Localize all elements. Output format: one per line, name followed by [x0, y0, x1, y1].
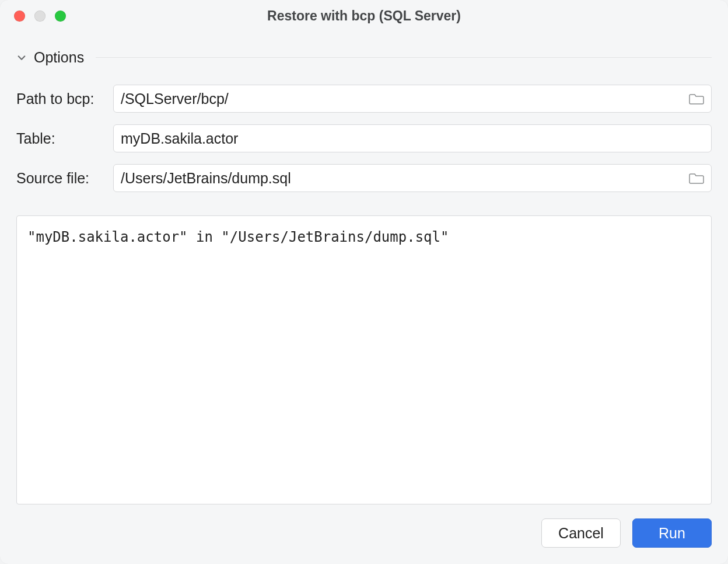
titlebar: Restore with bcp (SQL Server)	[0, 0, 728, 32]
folder-icon[interactable]	[689, 92, 704, 105]
dialog-window: Restore with bcp (SQL Server) Options Pa…	[0, 0, 728, 564]
minimize-window-button[interactable]	[34, 11, 46, 22]
source-file-input[interactable]	[121, 170, 683, 187]
source-file-input-wrap	[113, 164, 712, 192]
path-to-bcp-row: Path to bcp:	[16, 85, 712, 113]
path-to-bcp-input-wrap	[113, 85, 712, 113]
maximize-window-button[interactable]	[55, 11, 66, 22]
path-to-bcp-label: Path to bcp:	[16, 90, 105, 107]
dialog-footer: Cancel Run	[0, 504, 728, 564]
options-section-header[interactable]: Options	[16, 49, 712, 66]
table-label: Table:	[16, 130, 105, 147]
table-input[interactable]	[121, 130, 704, 147]
table-row: Table:	[16, 124, 712, 152]
table-input-wrap	[113, 124, 712, 152]
close-window-button[interactable]	[14, 11, 25, 22]
source-file-row: Source file:	[16, 164, 712, 192]
run-button[interactable]: Run	[632, 518, 712, 548]
dialog-content: Options Path to bcp: Table: Source file:	[0, 32, 728, 504]
traffic-lights	[0, 11, 66, 22]
path-to-bcp-input[interactable]	[121, 90, 683, 107]
window-title: Restore with bcp (SQL Server)	[0, 8, 728, 24]
section-divider	[96, 57, 712, 58]
cancel-button[interactable]: Cancel	[541, 518, 621, 548]
options-section-title: Options	[34, 49, 84, 66]
command-preview: "myDB.sakila.actor" in "/Users/JetBrains…	[16, 215, 712, 504]
chevron-down-icon	[16, 53, 27, 63]
folder-icon[interactable]	[689, 172, 704, 184]
source-file-label: Source file:	[16, 170, 105, 187]
